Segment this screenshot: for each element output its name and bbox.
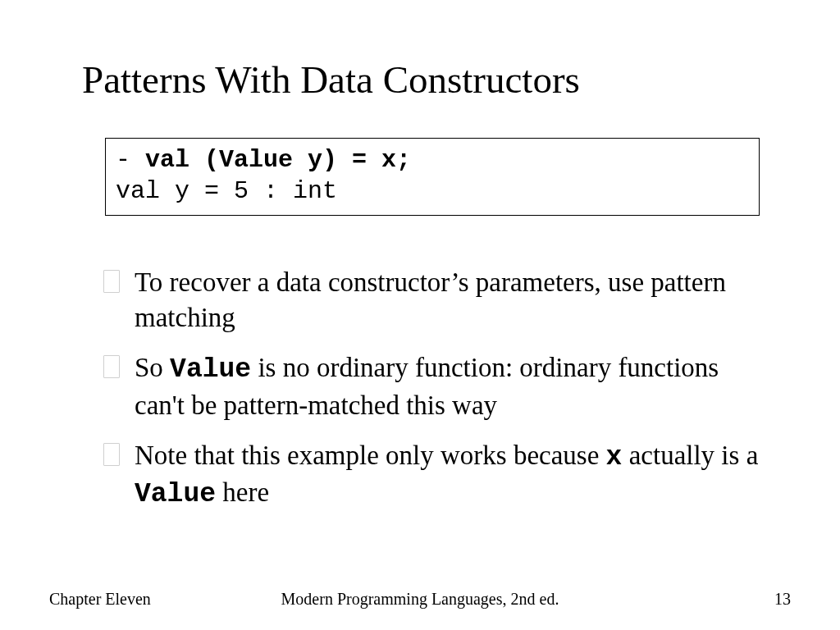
slide-title: Patterns With Data Constructors xyxy=(82,57,783,102)
bullet-list: To recover a data constructor’s paramete… xyxy=(100,265,774,513)
slide: Patterns With Data Constructors - val (V… xyxy=(0,0,840,630)
code-inline: Value xyxy=(135,479,216,509)
bullet-text: actually is a xyxy=(622,441,758,470)
code-inline: x xyxy=(606,442,623,472)
bullet-text: So xyxy=(135,353,170,382)
bullet-item: So Value is no ordinary function: ordina… xyxy=(100,350,774,423)
footer-center: Modern Programming Languages, 2nd ed. xyxy=(0,590,840,609)
code-box: - val (Value y) = x; val y = 5 : int xyxy=(105,138,760,216)
bullet-text: Note that this example only works becaus… xyxy=(135,441,606,470)
bullet-item: Note that this example only works becaus… xyxy=(100,438,774,514)
code-content: - val (Value y) = x; val y = 5 : int xyxy=(116,145,749,207)
bullet-item: To recover a data constructor’s paramete… xyxy=(100,265,774,336)
slide-footer: Chapter Eleven Modern Programming Langua… xyxy=(0,590,840,609)
bullet-text: To recover a data constructor’s paramete… xyxy=(135,267,726,332)
bullet-text: here xyxy=(216,477,269,507)
code-inline: Value xyxy=(170,354,251,385)
